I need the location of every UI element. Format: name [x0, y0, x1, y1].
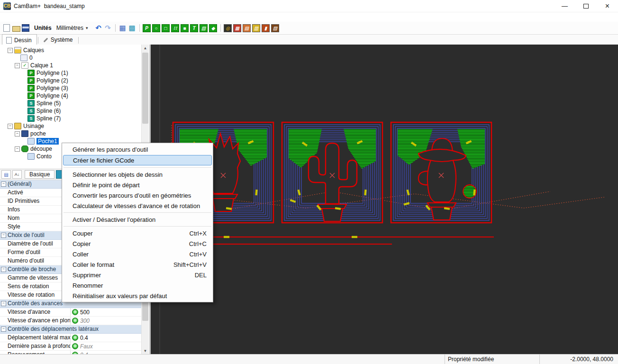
prop-row-vitesse-plongee[interactable]: Vitesse d'avance en plong 300 [0, 317, 142, 325]
tab-basique[interactable]: Basique [25, 170, 55, 179]
tree-item-spline-7[interactable]: S Spline (7) [0, 115, 142, 122]
tab-systeme-label: Système [51, 36, 73, 43]
toolbar-separator [115, 24, 116, 32]
scroll-down-icon[interactable]: ▼ [142, 347, 149, 355]
op-pocket-icon[interactable]: ▦ [233, 24, 242, 32]
prop-row-derniere-passe[interactable]: Dernière passe à profonde Faux [0, 342, 142, 351]
menu-aide[interactable] [71, 16, 80, 18]
op-drill-icon[interactable]: ◎ [224, 24, 232, 32]
property-value-cell[interactable]: 500 [71, 308, 142, 316]
save-file-icon[interactable] [21, 24, 30, 32]
grid-display-icon[interactable]: ▦ [118, 24, 127, 32]
draw-circle-icon[interactable]: ○ [152, 24, 161, 32]
context-menu-item-copier[interactable]: Copier Ctrl+C [62, 238, 213, 249]
menu-affichage[interactable] [11, 16, 20, 18]
tree-item-spline-5[interactable]: S Spline (5) [0, 100, 142, 107]
minimize-button[interactable]: — [554, 0, 575, 12]
menu-complements[interactable] [54, 16, 63, 18]
tree-item-polyligne-3[interactable]: P Polyligne (3) [0, 84, 142, 92]
property-label: Dernière passe à profonde [8, 342, 71, 350]
draw-misc-icon[interactable]: ◆ [209, 24, 218, 32]
maximize-button[interactable] [575, 0, 597, 12]
tab-systeme[interactable]: Système [39, 36, 78, 45]
draw-surface-icon[interactable]: ■ [181, 24, 189, 32]
close-button[interactable]: × [597, 0, 618, 12]
tree-item-polyligne-4[interactable]: P Polyligne (4) [0, 92, 142, 100]
prop-row-deplacement-lateral[interactable]: Déplacement latéral maxi 0.4 [0, 334, 142, 342]
context-menu-item-convertir-parcours[interactable]: Convertir les parcours d'outil en géomét… [62, 190, 213, 200]
context-menu-item-point-depart[interactable]: Définir le point de départ [62, 180, 213, 190]
draw-points-icon[interactable]: ∷ [171, 24, 180, 32]
tree-item-layer-0[interactable]: 0 [0, 54, 142, 62]
drawing-canvas[interactable] [151, 45, 618, 355]
tree-expander-icon[interactable]: − [8, 124, 13, 129]
context-menu-item-selectionner-objets[interactable]: Sélectionner les objets de dessin [62, 169, 213, 180]
grid-snap-icon[interactable]: ▩ [128, 24, 136, 32]
menu-outils[interactable] [63, 16, 71, 18]
design-stamp-3[interactable] [391, 122, 491, 223]
tree-item-calques[interactable]: − Calques [0, 46, 142, 54]
prop-row-vitesse-avance[interactable]: Vitesse d'avance 500 [0, 308, 142, 317]
redo-icon[interactable]: ↷ [104, 24, 112, 32]
menu-fichier[interactable] [3, 16, 11, 18]
op-3d-icon[interactable]: ▨ [271, 24, 280, 32]
menu-bar [0, 12, 618, 22]
tree-item-label: Polyligne (2) [36, 77, 68, 84]
context-menu-item-supprimer[interactable]: Supprimer DEL [62, 270, 213, 280]
context-menu-item-activer-operation[interactable]: Activer / Désactiver l'opération [62, 214, 213, 225]
tree-item-icon [14, 47, 21, 54]
prop-category-deplacements-lateraux[interactable]: − Contrôle des déplacements latéraux [0, 325, 142, 334]
design-stamp-2[interactable] [282, 122, 382, 223]
draw-polyline-icon[interactable]: P [143, 24, 151, 32]
menu-script[interactable] [45, 16, 54, 18]
tree-item-icon: P [27, 77, 35, 84]
menu-dessiner[interactable] [28, 16, 37, 18]
context-menu-item-calculateur-vitesses[interactable]: Calculateur de vitesses d'avance et de r… [62, 200, 213, 211]
scroll-up-icon[interactable]: ▲ [142, 45, 149, 52]
scrollbar-thumb[interactable] [142, 53, 148, 124]
context-menu-item-couper[interactable]: Couper Ctrl+X [62, 228, 213, 238]
context-menu-item-creer-gcode[interactable]: Créer le fichier GCode [63, 155, 212, 165]
draw-region-icon[interactable]: ▧ [200, 24, 208, 32]
canvas-svg[interactable] [151, 45, 617, 355]
tree-expander-icon[interactable]: − [15, 63, 20, 68]
tree-expander-icon[interactable]: − [8, 48, 13, 53]
units-combobox[interactable]: Millimètres ▾ [55, 24, 90, 32]
tree-item-icon: P [27, 92, 35, 99]
property-value-cell[interactable]: Faux [71, 342, 142, 350]
menu-usinage[interactable] [37, 16, 45, 18]
tree-item-icon: P [27, 70, 35, 76]
op-profile-icon[interactable]: ▤ [243, 24, 251, 32]
context-menu-item-coller[interactable]: Coller Ctrl+V [62, 249, 213, 259]
undo-icon[interactable]: ↶ [94, 24, 103, 32]
tree-item-polyligne-2[interactable]: P Polyligne (2) [0, 77, 142, 84]
new-file-icon[interactable] [2, 24, 11, 32]
context-menu-item-generer-parcours[interactable]: Générer les parcours d'outil [62, 144, 213, 155]
property-value-cell[interactable]: 0.4 [71, 334, 142, 342]
draw-rect-icon[interactable]: □ [162, 24, 170, 32]
draw-text-icon[interactable]: T [190, 24, 199, 32]
tree-item-usinage[interactable]: − Usinage [0, 122, 142, 130]
context-menu-item-renommer[interactable]: Renommer [62, 280, 213, 291]
tab-divider [78, 37, 79, 44]
menu-edition[interactable] [20, 16, 28, 18]
tree-item-spline-6[interactable]: S Spline (6) [0, 107, 142, 115]
cut-lines[interactable] [169, 237, 494, 244]
cursor-coordinates: -2.0000, 48.0000 [539, 355, 618, 364]
context-menu-item-reinitialiser[interactable]: Réinitialiser aux valeurs par défaut [62, 291, 213, 301]
context-menu: Générer les parcours d'outil Créer le fi… [62, 143, 213, 302]
open-file-icon[interactable] [12, 24, 20, 32]
tree-expander-icon[interactable]: − [15, 146, 20, 152]
context-menu-item-coller-format[interactable]: Coller le format Shift+Ctrl+V [62, 259, 213, 270]
tree-item-calque-1[interactable]: − ✓ Calque 1 [0, 62, 142, 69]
tree-expander-icon[interactable]: − [15, 131, 20, 136]
tree-item-polyligne-1[interactable]: P Polyligne (1) [0, 69, 142, 77]
alphabetical-sort-icon[interactable]: A↓ [12, 170, 22, 179]
auto-value-icon [72, 309, 78, 315]
categorized-view-icon[interactable]: ▤ [1, 170, 11, 179]
property-label: Vitesse d'avance en plong [8, 317, 71, 325]
op-engrave-icon[interactable]: ▥ [252, 24, 261, 32]
property-value-cell[interactable]: 300 [71, 317, 142, 325]
op-lathe-icon[interactable]: ▮ [262, 24, 270, 32]
tree-item-poche[interactable]: − poche [0, 130, 142, 137]
